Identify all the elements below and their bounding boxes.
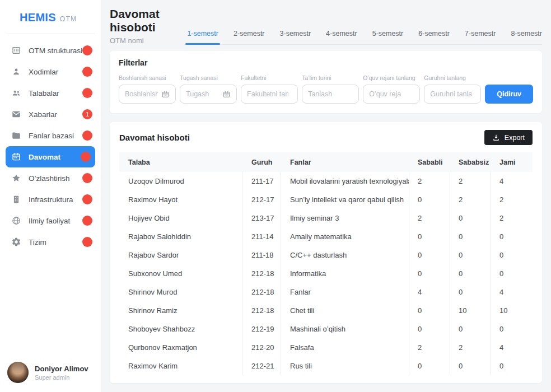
sidebar-item-tizim[interactable]: Tizim xyxy=(0,231,101,253)
filter-field-control[interactable] xyxy=(241,85,298,104)
sidebar-divider xyxy=(6,34,95,34)
notification-badge xyxy=(82,216,92,226)
tab-6-semestr[interactable]: 6-semestr xyxy=(418,30,450,38)
page-title: Davomat hisoboti xyxy=(110,7,187,34)
app-window: HEMIS OTM OTM strukturasi Xodimlar Talab… xyxy=(0,0,551,392)
notification-badge xyxy=(82,173,92,183)
sidebar-item-ilmiy-faoliyat[interactable]: Ilmiy faoliyat xyxy=(0,210,101,231)
sidebar-item-label: Infrastruktura xyxy=(29,195,73,204)
tab-2-semestr[interactable]: 2-semestr xyxy=(234,30,265,38)
table-row: Shirinov Ramiz 212-18 Chet tili 0 10 10 xyxy=(119,301,533,320)
sidebar-nav: OTM strukturasi Xodimlar Talabalar Xabar… xyxy=(0,40,101,253)
star-icon xyxy=(11,173,21,183)
tab-4-semestr[interactable]: 4-semestr xyxy=(326,30,357,38)
sidebar: HEMIS OTM OTM strukturasi Xodimlar Talab… xyxy=(0,0,101,392)
filter-field-control[interactable] xyxy=(424,85,481,104)
column-header-sababli: Sababli xyxy=(409,158,450,166)
calendar-icon xyxy=(222,90,231,99)
filter-field-control[interactable] xyxy=(119,85,176,104)
semester-tabs: 1-semestr 2-semestr 3-semestr 4-semestr … xyxy=(187,30,542,45)
cell-sababli: 0 xyxy=(409,190,450,209)
faculty-input[interactable] xyxy=(247,90,288,98)
cell-sababli: 0 xyxy=(409,227,450,246)
filter-field-label: Ta’lim turini xyxy=(302,74,359,81)
user-profile[interactable]: Doniyor Alimov Super admin xyxy=(7,362,88,383)
cell-sababsiz: 0 xyxy=(450,209,491,227)
cell-talaba: Raximov Karim xyxy=(119,357,242,375)
start-date-input[interactable] xyxy=(125,90,158,98)
filter-field-label: O’quv rejani tanlang xyxy=(363,74,420,81)
filter-field-control[interactable] xyxy=(180,85,237,104)
report-header: Davomat hisoboti Export xyxy=(119,130,533,145)
cell-talaba: Rajabov Salohiddin xyxy=(119,227,242,246)
search-button[interactable]: Qidiruv xyxy=(485,85,533,104)
education-type-input[interactable] xyxy=(308,90,349,98)
notification-badge xyxy=(82,194,92,204)
cell-guruh: 212-21 xyxy=(242,357,281,375)
filter-field-faculty: Fakultetni xyxy=(241,74,298,104)
cell-fanlar: Mashinali o’qitish xyxy=(281,320,409,338)
sidebar-item-xabarlar[interactable]: Xabarlar 1 xyxy=(0,104,101,125)
cell-sababsiz: 0 xyxy=(450,320,491,338)
tab-3-semestr[interactable]: 3-semestr xyxy=(280,30,311,38)
filter-field-control[interactable] xyxy=(302,85,359,104)
end-date-input[interactable] xyxy=(186,90,219,98)
gear-icon xyxy=(11,237,21,247)
table-row: Rajabov Salohiddin 211-14 Amaliy matemat… xyxy=(119,227,533,246)
user-role: Super admin xyxy=(35,374,88,381)
tab-7-semestr[interactable]: 7-semestr xyxy=(465,30,496,38)
cell-sababsiz: 0 xyxy=(450,283,491,301)
sidebar-item-talabalar[interactable]: Talabalar xyxy=(0,82,101,104)
page-title-block: Davomat hisoboti OTM nomi xyxy=(110,7,187,45)
column-header-guruh: Guruh xyxy=(242,158,281,166)
curriculum-input[interactable] xyxy=(369,90,410,98)
sidebar-item-davomat[interactable]: Davomat xyxy=(6,146,95,167)
sidebar-item-label: Talabalar xyxy=(29,89,59,97)
sidebar-item-fanlar-bazasi[interactable]: Fanlar bazasi xyxy=(0,125,101,146)
table-row: Subxonov Umed 212-18 Informatika 0 0 0 xyxy=(119,264,533,283)
table-row: Shirinov Murod 212-18 Fanlar 4 0 4 xyxy=(119,283,533,301)
column-header-jami: Jami xyxy=(491,158,533,166)
sidebar-item-label: Ilmiy faoliyat xyxy=(29,217,70,225)
download-icon xyxy=(492,134,500,142)
cell-sababsiz: 10 xyxy=(450,301,491,320)
sidebar-item-label: OTM strukturasi xyxy=(29,46,82,55)
column-header-fanlar: Fanlar xyxy=(281,158,409,166)
export-button[interactable]: Export xyxy=(484,130,533,145)
column-header-talaba: Talaba xyxy=(119,158,242,166)
cell-talaba: Shirinov Murod xyxy=(119,283,242,301)
cell-guruh: 212-20 xyxy=(242,338,281,357)
tab-1-semestr[interactable]: 1-semestr xyxy=(187,30,218,38)
group-input[interactable] xyxy=(430,90,471,98)
avatar xyxy=(7,362,29,383)
cell-sababsiz: 0 xyxy=(450,246,491,264)
table-header-row: TalabaGuruhFanlarSababliSababsizJami xyxy=(119,152,533,172)
cell-sababli: 2 xyxy=(409,338,450,357)
table-row: Raximov Hayot 212-17 Sun’iy intellekt va… xyxy=(119,190,533,209)
filter-field-end-date: Tugash sanasi xyxy=(180,74,237,104)
report-title: Davomat hisoboti xyxy=(119,133,190,142)
notification-badge xyxy=(82,88,92,98)
person-icon xyxy=(11,67,21,77)
cell-fanlar: Fanlar xyxy=(281,283,409,301)
cell-sababli: 0 xyxy=(409,246,450,264)
report-panel: Davomat hisoboti Export TalabaGuruhFanla… xyxy=(110,122,542,383)
notification-badge xyxy=(82,237,92,247)
table-row: Raximov Karim 212-21 Rus tili 0 0 0 xyxy=(119,357,533,375)
cell-jami: 4 xyxy=(491,172,533,190)
tab-5-semestr[interactable]: 5-semestr xyxy=(372,30,404,38)
cell-guruh: 211-14 xyxy=(242,227,281,246)
sidebar-item-infrastruktura[interactable]: Infrastruktura xyxy=(0,189,101,210)
sidebar-item-otm-strukturasi[interactable]: OTM strukturasi xyxy=(0,40,101,61)
cell-sababli: 0 xyxy=(409,320,450,338)
cell-jami: 4 xyxy=(491,283,533,301)
cell-talaba: Shoboyev Shahbozz xyxy=(119,320,242,338)
sidebar-item-o-zlashtirish[interactable]: O’zlashtirish xyxy=(0,167,101,189)
filters-title: Filterlar xyxy=(119,58,533,67)
sidebar-item-xodimlar[interactable]: Xodimlar xyxy=(0,61,101,82)
filter-field-control[interactable] xyxy=(363,85,420,104)
export-label: Export xyxy=(505,134,525,142)
tab-8-semestr[interactable]: 8-semestr xyxy=(511,30,542,38)
cell-jami: 0 xyxy=(491,227,533,246)
sidebar-item-label: Davomat xyxy=(29,153,60,161)
